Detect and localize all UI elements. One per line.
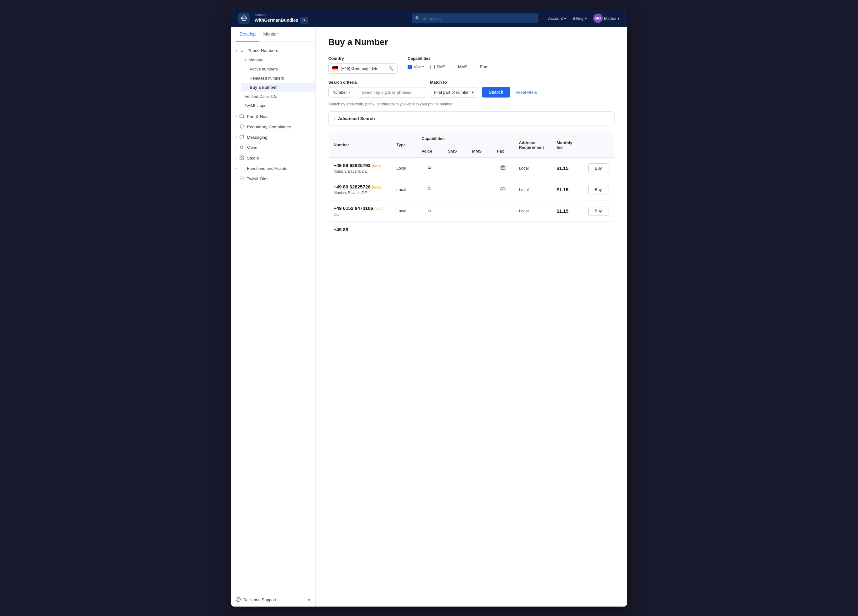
user-menu[interactable]: MO Marius ▾ bbox=[593, 14, 620, 23]
voice-icon bbox=[239, 145, 244, 151]
number-cell: +49 89 62825793 (beta) Munich, Bavaria D… bbox=[329, 158, 392, 179]
buy-button[interactable]: Buy bbox=[588, 163, 608, 173]
search-input[interactable] bbox=[412, 14, 538, 23]
type-cell: Local bbox=[392, 179, 417, 200]
sidebar-item-released-numbers[interactable]: Released numbers bbox=[241, 74, 316, 83]
chevron-right-icon: › bbox=[334, 117, 336, 121]
search-button[interactable]: Search bbox=[482, 87, 510, 98]
table-row: +49 89 bbox=[329, 222, 615, 237]
fax-cell bbox=[492, 158, 514, 179]
buy-button[interactable]: Buy bbox=[588, 185, 608, 194]
mms-checkbox[interactable] bbox=[452, 65, 456, 69]
search-criteria-label: Search criteria bbox=[328, 80, 426, 85]
address-req-cell: Local bbox=[514, 179, 552, 200]
search-hint: Search by area code, prefix, or characte… bbox=[328, 102, 615, 106]
reset-filters-button[interactable]: Reset filters bbox=[514, 87, 538, 98]
sidebar-item-phone-numbers[interactable]: ▾ # Phone Numbers bbox=[231, 45, 316, 55]
table-row: +49 89 62825793 (beta) Munich, Bavaria D… bbox=[329, 158, 615, 179]
twiml-icon bbox=[239, 176, 244, 182]
cap-sms[interactable]: SMS bbox=[430, 65, 445, 69]
number-cell: +49 89 62825726 (beta) Munich, Bavaria D… bbox=[329, 179, 392, 200]
sidebar-tabs: Develop Monitor bbox=[231, 27, 316, 42]
svg-rect-7 bbox=[242, 156, 244, 157]
monthly-fee-cell: $1.15 bbox=[552, 200, 583, 222]
sidebar-label-manage: Manage bbox=[249, 57, 310, 62]
sidebar-item-port-host[interactable]: › Port & Host bbox=[231, 112, 316, 122]
fax-checkbox[interactable] bbox=[474, 65, 478, 69]
flag-de-icon bbox=[333, 67, 338, 70]
th-sms: SMS bbox=[443, 145, 467, 158]
tab-develop[interactable]: Develop bbox=[236, 27, 260, 42]
search-criteria-dropdown[interactable]: Number ▾ bbox=[328, 87, 354, 98]
capabilities-checkboxes: Voice SMS MMS Fax bbox=[407, 63, 487, 69]
sidebar-label-phone-numbers: Phone Numbers bbox=[247, 48, 310, 53]
sidebar-item-active-numbers[interactable]: Active numbers bbox=[241, 65, 316, 74]
sidebar-item-studio[interactable]: › Studio bbox=[231, 153, 316, 163]
help-icon bbox=[236, 597, 241, 603]
sidebar-item-twiml-bins[interactable]: › TwiML Bins bbox=[231, 174, 316, 184]
sidebar-item-voice[interactable]: › Voice bbox=[231, 143, 316, 153]
buy-button[interactable]: Buy bbox=[588, 206, 608, 216]
billing-menu[interactable]: Billing ▾ bbox=[572, 16, 587, 21]
sidebar-item-messaging[interactable]: › Messaging bbox=[231, 132, 316, 143]
tab-monitor[interactable]: Monitor bbox=[260, 27, 282, 42]
country-value: (+49) Germany - DE bbox=[340, 66, 378, 71]
search-criteria-section: Search criteria Number ▾ Match to Fi bbox=[328, 80, 615, 112]
country-label: Country bbox=[328, 56, 398, 61]
search-digits-input[interactable] bbox=[357, 87, 426, 98]
match-to-dropdown[interactable]: First part of number ▾ bbox=[430, 87, 478, 98]
sidebar-item-verified-caller-ids[interactable]: Verified Caller IDs bbox=[236, 92, 316, 101]
sms-checkbox[interactable] bbox=[430, 65, 435, 69]
cap-mms[interactable]: MMS bbox=[452, 65, 468, 69]
app-window: Console WithGermanBundles ▼ 🔍 Account ▾ … bbox=[231, 9, 627, 607]
cap-voice[interactable]: Voice bbox=[407, 65, 424, 69]
voice-cell bbox=[417, 200, 443, 222]
svg-rect-17 bbox=[502, 189, 503, 190]
chevron-right-icon: › bbox=[236, 136, 237, 139]
chevron-right-icon: › bbox=[236, 115, 237, 118]
chevron-right-icon: › bbox=[236, 177, 237, 181]
fax-cell bbox=[492, 200, 514, 222]
sidebar-item-manage[interactable]: ▾ Manage bbox=[236, 55, 316, 65]
account-menu[interactable]: Account ▾ bbox=[548, 16, 566, 21]
advanced-search-toggle[interactable]: › Advanced Search bbox=[328, 112, 615, 126]
project-dropdown-button[interactable]: ▼ bbox=[300, 17, 308, 23]
chevron-down-icon: ▾ bbox=[244, 58, 246, 62]
capabilities-group: Capabilities Voice SMS MMS bbox=[407, 56, 487, 69]
chevron-right-icon: › bbox=[236, 156, 237, 160]
match-group: Match to First part of number ▾ bbox=[430, 80, 478, 98]
number-cell: +49 6152 9473106 (beta) DE bbox=[329, 200, 392, 222]
svg-rect-6 bbox=[240, 156, 241, 157]
studio-icon bbox=[239, 155, 244, 161]
chevron-down-icon: ▾ bbox=[472, 90, 474, 95]
sidebar-item-buy-number[interactable]: Buy a number bbox=[241, 83, 316, 92]
sidebar-item-twiml-apps[interactable]: TwiML apps bbox=[236, 101, 316, 110]
th-fax: Fax bbox=[492, 145, 514, 158]
country-capabilities-row: Country (+49) Germany - DE 🔍 Capabilitie… bbox=[328, 56, 615, 74]
topnav: Console WithGermanBundles ▼ 🔍 Account ▾ … bbox=[231, 9, 627, 27]
search-criteria-inputs: Number ▾ bbox=[328, 87, 426, 98]
main-content: Buy a Number Country (+49) Germany - DE … bbox=[316, 27, 627, 607]
project-name[interactable]: WithGermanBundles bbox=[255, 18, 298, 23]
sidebar-item-functions-assets[interactable]: › Functions and Assets bbox=[231, 163, 316, 174]
th-monthly-fee: Monthly fee bbox=[552, 132, 583, 158]
docs-support-link[interactable]: Docs and Support bbox=[236, 597, 276, 603]
mms-cell bbox=[467, 179, 492, 200]
fax-cell bbox=[492, 179, 514, 200]
th-capabilities: Capabilities bbox=[417, 132, 514, 145]
project-selector[interactable]: WithGermanBundles ▼ bbox=[255, 17, 308, 23]
table-row: +49 6152 9473106 (beta) DE Local Local $… bbox=[329, 200, 615, 222]
functions-icon bbox=[239, 166, 244, 171]
buy-cell: Buy bbox=[583, 200, 615, 222]
voice-cell bbox=[417, 179, 443, 200]
collapse-sidebar-button[interactable]: « bbox=[308, 597, 310, 603]
chevron-right-icon: › bbox=[236, 167, 237, 170]
page-title: Buy a Number bbox=[328, 37, 615, 47]
sidebar-item-regulatory-compliance[interactable]: › Regulatory Compliance bbox=[231, 122, 316, 132]
svg-rect-16 bbox=[501, 188, 505, 191]
voice-cell bbox=[417, 158, 443, 179]
country-select[interactable]: (+49) Germany - DE 🔍 bbox=[328, 63, 398, 74]
chevron-right-icon: › bbox=[236, 125, 237, 129]
cap-fax[interactable]: Fax bbox=[474, 65, 487, 69]
th-action bbox=[583, 132, 615, 158]
